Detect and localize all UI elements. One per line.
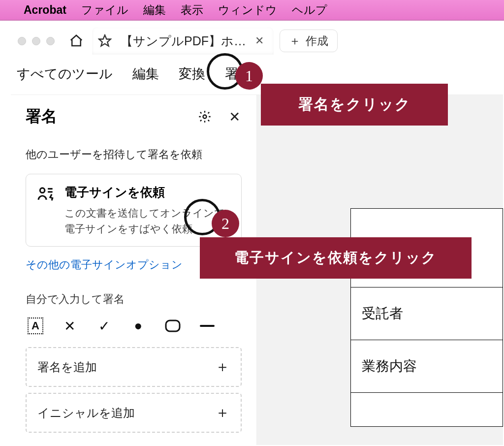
menu-file[interactable]: ファイル	[81, 2, 128, 18]
plus-icon: ＋	[289, 33, 301, 49]
add-initials-label: イニシャルを追加	[37, 405, 135, 421]
svg-point-1	[203, 115, 207, 119]
request-esign-card[interactable]: 電子サインを依頼 この文書を送信してオンラインで電子サインをすばやく依頼	[26, 174, 242, 247]
check-tool-button[interactable]: ✓	[95, 318, 112, 334]
svg-point-2	[40, 188, 45, 193]
menu-edit[interactable]: 編集	[143, 2, 166, 18]
app-name[interactable]: Acrobat	[24, 3, 66, 17]
zoom-window-button[interactable]	[46, 37, 55, 45]
window-controls	[15, 37, 61, 45]
home-button[interactable]	[66, 31, 86, 51]
document-tab[interactable]: 【サンプルPDF】ホ… ✕	[92, 27, 274, 55]
convert-button[interactable]: 変換	[178, 63, 206, 85]
more-esign-options-link[interactable]: その他の電子サインオプション	[26, 257, 183, 272]
annotation-step-2-badge: 2	[212, 210, 239, 237]
svg-rect-4	[200, 325, 215, 327]
plus-icon: ＋	[215, 357, 230, 377]
star-icon[interactable]	[95, 31, 115, 51]
mac-menubar: Acrobat ファイル 編集 表示 ウィンドウ ヘルプ	[0, 0, 504, 21]
edit-button[interactable]: 編集	[131, 63, 160, 85]
add-initials-button[interactable]: イニシャルを追加 ＋	[26, 393, 242, 433]
all-tools-button[interactable]: すべてのツール	[16, 63, 114, 85]
gear-icon[interactable]	[197, 109, 212, 124]
doc-cell-row1: 受託者	[351, 287, 503, 340]
close-window-button[interactable]	[18, 37, 26, 45]
panel-title: 署名	[26, 106, 57, 127]
cross-tool-button[interactable]: ✕	[61, 318, 78, 334]
menu-window[interactable]: ウィンドウ	[218, 2, 277, 18]
add-signature-button[interactable]: 署名を追加 ＋	[26, 347, 242, 387]
menu-help[interactable]: ヘルプ	[292, 2, 327, 18]
annotation-callout-2: 電子サインを依頼をクリック	[200, 237, 472, 279]
add-signature-label: 署名を追加	[37, 359, 97, 375]
line-tool-button[interactable]	[199, 318, 216, 334]
svg-rect-3	[166, 320, 180, 331]
self-sign-label: 自分で入力して署名	[26, 292, 242, 307]
new-tab-label: 作成	[306, 33, 328, 49]
doc-cell-row2: 業務内容	[351, 340, 503, 393]
minimize-window-button[interactable]	[32, 37, 40, 45]
annotation-step-1-badge: 1	[235, 62, 263, 90]
invite-section-label: 他のユーザーを招待して署名を依頼	[26, 147, 242, 162]
card-title: 電子サインを依頼	[64, 184, 225, 200]
text-tool-button[interactable]: A	[28, 318, 43, 334]
esign-icon	[37, 184, 56, 203]
svg-marker-0	[99, 35, 110, 46]
close-panel-button[interactable]: ✕	[227, 109, 242, 124]
doc-cell-row3	[351, 393, 503, 426]
tab-title: 【サンプルPDF】ホ…	[121, 33, 246, 49]
sign-tool-row: A ✕ ✓ ●	[26, 318, 242, 334]
menu-view[interactable]: 表示	[181, 2, 203, 18]
rounded-rect-tool-button[interactable]	[164, 318, 181, 334]
card-desc: この文書を送信してオンラインで電子サインをすばやく依頼	[64, 205, 225, 236]
close-tab-button[interactable]: ✕	[252, 34, 267, 47]
panel-header: 署名 ✕	[26, 106, 242, 127]
tab-strip: 【サンプルPDF】ホ… ✕ ＋ 作成	[11, 26, 503, 56]
new-tab-button[interactable]: ＋ 作成	[280, 30, 338, 52]
plus-icon: ＋	[215, 403, 230, 423]
annotation-callout-1: 署名をクリック	[261, 84, 448, 126]
dot-tool-button[interactable]: ●	[130, 318, 147, 334]
